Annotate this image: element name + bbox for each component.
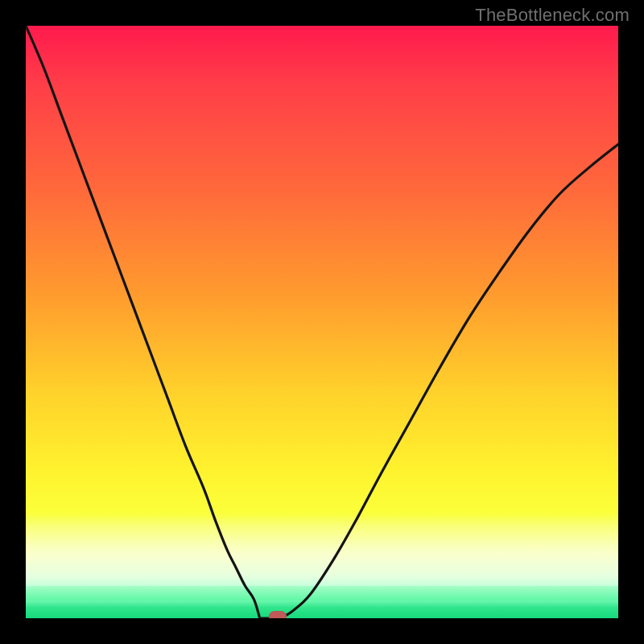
- chart-frame: TheBottleneck.com: [0, 0, 644, 644]
- optimum-marker: [269, 611, 287, 618]
- attribution-text: TheBottleneck.com: [475, 5, 630, 26]
- bottleneck-curve: [26, 26, 618, 618]
- plot-area: [26, 26, 618, 618]
